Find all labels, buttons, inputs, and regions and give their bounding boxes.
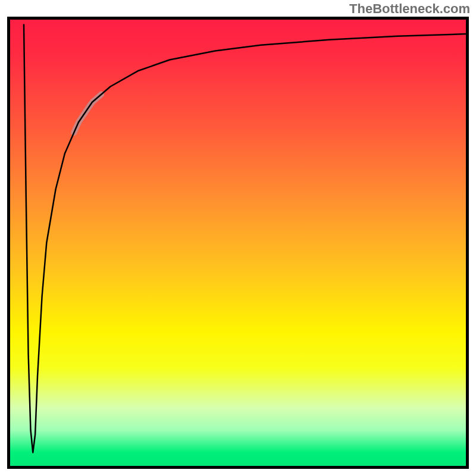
watermark-text: TheBottleneck.com: [349, 1, 470, 17]
curve-svg: [10, 20, 466, 466]
chart-container: TheBottleneck.com: [0, 0, 476, 476]
plot-area: [7, 17, 469, 469]
highlight-segment: [74, 95, 101, 133]
curve-line: [24, 24, 466, 453]
